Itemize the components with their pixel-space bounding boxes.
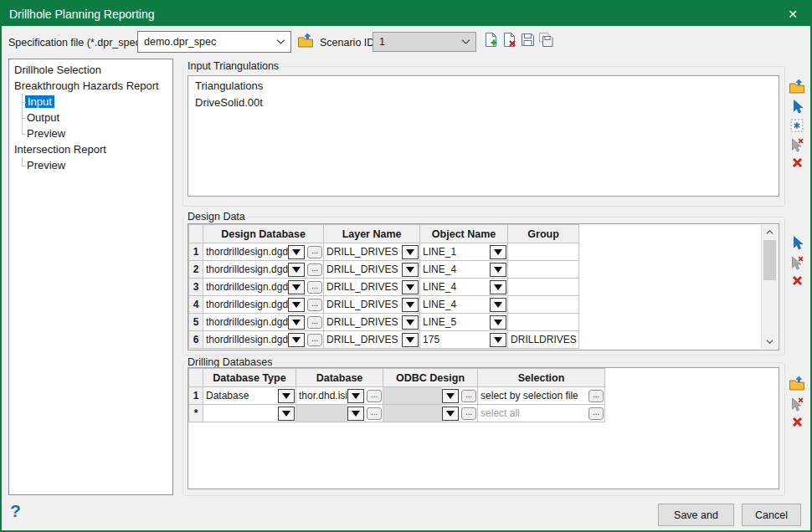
tree-item-preview[interactable]: Preview	[9, 125, 172, 141]
scroll-up-button[interactable]	[762, 225, 778, 239]
save-scenario-icon[interactable]	[520, 32, 536, 48]
tree-item-breakthrough-hazards-report[interactable]: Breakthrough Hazards Report	[9, 78, 172, 94]
tree-item-drillhole-selection[interactable]: Drillhole Selection	[9, 62, 172, 78]
browse-button[interactable]: ...	[367, 390, 382, 402]
scroll-down-button[interactable]	[762, 335, 778, 349]
scrollbar-thumb[interactable]	[763, 240, 776, 280]
dropdown-button[interactable]	[490, 333, 506, 347]
cell-odbc-design[interactable]: ...	[383, 387, 478, 405]
browse-button[interactable]: ...	[461, 390, 476, 402]
delete-icon[interactable]	[792, 417, 803, 427]
cell-group[interactable]	[508, 296, 579, 314]
browse-button[interactable]: ...	[588, 407, 604, 420]
select-cursor-icon[interactable]	[790, 100, 804, 114]
dropdown-button[interactable]	[402, 280, 419, 294]
triangulations-list[interactable]: TriangulationsDriveSolid.00t	[188, 75, 779, 197]
cell-object-name[interactable]: LINE_1	[420, 243, 508, 261]
cell-design-database[interactable]: thordrilldesign.dgd...	[203, 279, 324, 296]
cell-group[interactable]	[508, 314, 579, 331]
dropdown-button[interactable]	[402, 245, 419, 259]
close-button[interactable]: ✕	[775, 2, 810, 26]
save-as-scenario-icon[interactable]	[538, 32, 554, 48]
browse-button[interactable]: ...	[307, 246, 322, 258]
browse-button[interactable]: ...	[307, 334, 322, 346]
dropdown-button[interactable]	[288, 263, 305, 277]
list-item[interactable]: Triangulations	[188, 78, 779, 95]
cell-layer-name[interactable]: DRILL_DRIVES	[324, 314, 420, 331]
dropdown-button[interactable]	[288, 333, 305, 347]
dropdown-button[interactable]	[402, 333, 419, 347]
new-scenario-icon[interactable]	[483, 32, 499, 48]
browse-button[interactable]: ...	[588, 390, 604, 402]
cell-selection[interactable]: select by selection file...	[478, 387, 605, 405]
browse-button[interactable]: ...	[307, 263, 322, 276]
list-item[interactable]: DriveSolid.00t	[188, 95, 779, 111]
cell-object-name[interactable]: LINE_4	[420, 261, 508, 279]
spec-file-combobox[interactable]: demo.dpr_spec	[137, 31, 291, 53]
cell-design-database[interactable]: thordrilldesign.dgd...	[203, 243, 324, 261]
dropdown-button[interactable]	[402, 298, 419, 312]
dropdown-button[interactable]	[278, 407, 295, 421]
deselect-cursor-icon[interactable]	[789, 396, 804, 412]
dropdown-button[interactable]	[490, 315, 506, 330]
scenario-id-combobox[interactable]: 1	[373, 32, 476, 52]
cell-design-database[interactable]: thordrilldesign.dgd...	[203, 314, 324, 331]
browse-button[interactable]: ...	[307, 316, 322, 329]
dropdown-button[interactable]	[288, 245, 305, 259]
cell-database[interactable]: ...	[296, 405, 383, 422]
dropdown-button[interactable]	[288, 315, 305, 330]
vertical-scrollbar[interactable]	[761, 225, 778, 349]
select-area-icon[interactable]	[790, 119, 804, 132]
open-folder-icon[interactable]	[297, 33, 314, 49]
dropdown-button[interactable]	[490, 263, 506, 277]
cell-database[interactable]: thor.dhd.isi...	[296, 387, 383, 405]
cell-design-database[interactable]: thordrilldesign.dgd...	[203, 331, 324, 349]
cancel-button[interactable]: Cancel	[742, 504, 801, 526]
tree-item-preview[interactable]: Preview	[9, 157, 172, 173]
dropdown-button[interactable]	[442, 407, 459, 421]
cell-group[interactable]	[508, 243, 579, 261]
cell-layer-name[interactable]: DRILL_DRIVES	[324, 296, 420, 314]
open-folder-icon[interactable]	[789, 79, 805, 95]
select-cursor-icon[interactable]	[790, 236, 804, 250]
cell-group[interactable]	[508, 261, 579, 279]
save-and-run-button[interactable]: Save and Run	[658, 504, 734, 526]
cell-layer-name[interactable]: DRILL_DRIVES	[324, 243, 420, 261]
dropdown-button[interactable]	[442, 389, 459, 403]
browse-button[interactable]: ...	[307, 281, 322, 294]
dropdown-button[interactable]	[288, 280, 305, 294]
cell-selection[interactable]: select all...	[478, 405, 605, 422]
cell-object-name[interactable]: LINE_4	[420, 296, 508, 314]
dropdown-button[interactable]	[402, 315, 419, 330]
dropdown-button[interactable]	[402, 263, 419, 277]
cell-design-database[interactable]: thordrilldesign.dgd...	[203, 261, 324, 279]
cell-odbc-design[interactable]: ...	[383, 405, 478, 422]
cell-group[interactable]	[508, 279, 579, 296]
dropdown-button[interactable]	[278, 389, 295, 403]
cell-layer-name[interactable]: DRILL_DRIVES	[324, 331, 420, 349]
dropdown-button[interactable]	[490, 245, 506, 259]
delete-icon[interactable]	[792, 275, 803, 286]
dropdown-button[interactable]	[347, 407, 364, 421]
browse-button[interactable]: ...	[461, 407, 476, 420]
browse-button[interactable]: ...	[367, 407, 382, 420]
cell-database-type[interactable]	[203, 405, 296, 422]
cell-layer-name[interactable]: DRILL_DRIVES	[324, 279, 420, 296]
cell-group[interactable]: DRILLDRIVES	[508, 331, 579, 349]
cell-database-type[interactable]: Database	[203, 387, 296, 405]
tree-item-intersection-report[interactable]: Intersection Report	[9, 141, 172, 157]
open-folder-icon[interactable]	[789, 376, 805, 391]
tree-item-output[interactable]: Output	[9, 110, 172, 125]
tree-item-input[interactable]: Input	[9, 94, 172, 110]
help-icon[interactable]: ?	[10, 501, 21, 521]
dropdown-button[interactable]	[490, 280, 506, 294]
cell-layer-name[interactable]: DRILL_DRIVES	[324, 261, 420, 279]
cell-design-database[interactable]: thordrilldesign.dgd...	[203, 296, 324, 314]
delete-scenario-icon[interactable]	[501, 32, 517, 48]
dropdown-button[interactable]	[288, 298, 305, 312]
dropdown-button[interactable]	[347, 389, 364, 403]
dropdown-button[interactable]	[490, 298, 506, 312]
delete-icon[interactable]	[792, 157, 803, 168]
deselect-cursor-icon[interactable]	[789, 255, 804, 270]
browse-button[interactable]: ...	[307, 299, 322, 311]
